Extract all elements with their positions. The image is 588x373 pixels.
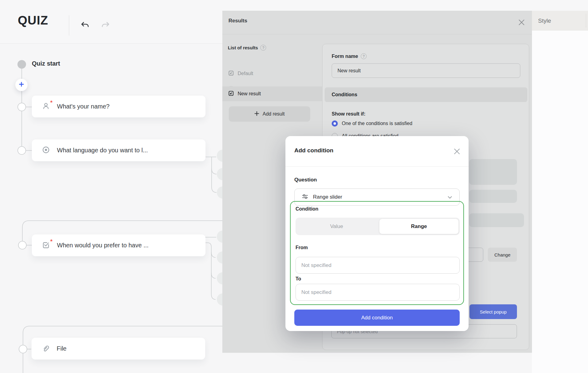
radio-label: One of the conditions is satisfied <box>342 121 412 126</box>
results-title: Results <box>228 18 247 24</box>
question-label: Question <box>294 177 317 183</box>
result-item-new-result[interactable]: New result <box>222 86 323 101</box>
result-item-label: Default <box>238 71 253 76</box>
from-input[interactable]: Not specified <box>296 257 460 274</box>
help-icon[interactable]: ? <box>361 53 367 59</box>
undo-button[interactable] <box>80 21 91 31</box>
form-name-input[interactable]: New result <box>332 63 520 78</box>
add-condition-submit-button[interactable]: Add condition <box>294 310 460 326</box>
question-card[interactable]: * What's your name? <box>32 96 205 117</box>
add-result-button[interactable]: Add result <box>229 106 310 122</box>
close-results-button[interactable] <box>518 19 525 26</box>
required-mark: * <box>50 238 52 245</box>
plus-icon <box>254 111 259 117</box>
redo-button[interactable] <box>100 21 111 31</box>
redo-icon <box>101 22 110 30</box>
placeholder-box <box>469 159 517 185</box>
list-of-results-label: List of results ? <box>228 45 266 51</box>
segment-range[interactable]: Range <box>379 219 459 234</box>
paperclip-icon <box>41 344 50 354</box>
tab-divider <box>586 14 586 28</box>
help-icon[interactable]: ? <box>260 45 266 51</box>
card-title: What language do you want to l... <box>57 147 148 154</box>
quiz-start-node <box>17 60 26 69</box>
plus-icon <box>19 82 24 88</box>
question-card[interactable]: * When would you prefer to have ... <box>32 234 205 256</box>
to-input[interactable]: Not specified <box>296 284 460 301</box>
placeholder-box <box>469 213 524 227</box>
conditions-section-header: Conditions <box>325 87 527 102</box>
show-result-if-label: Show result if: <box>332 111 365 117</box>
condition-type-segmented-control: Value Range <box>296 218 460 235</box>
segment-value[interactable]: Value <box>296 218 378 235</box>
required-mark: * <box>50 99 52 106</box>
change-button[interactable]: Change <box>488 248 517 262</box>
condition-label: Condition <box>296 206 318 212</box>
condition-highlight-box: Condition Value Range From Not specified… <box>290 201 464 305</box>
placeholder-box <box>469 190 517 203</box>
result-item-label: New result <box>238 91 261 97</box>
add-condition-modal: Add condition Question Range slider Cond… <box>285 136 469 331</box>
question-card[interactable]: File <box>32 338 205 360</box>
close-icon <box>453 151 461 156</box>
result-icon <box>228 90 234 97</box>
person-icon <box>42 102 50 112</box>
target-icon <box>42 146 50 155</box>
radio-selected-icon <box>332 120 338 127</box>
results-header: Results <box>222 11 532 34</box>
to-label: To <box>296 276 301 282</box>
tab-style-label: Style <box>538 17 551 24</box>
modal-title: Add condition <box>294 147 334 154</box>
style-panel: Style <box>532 11 588 373</box>
modal-divider <box>285 166 469 167</box>
close-modal-button[interactable] <box>453 148 461 155</box>
result-item-default[interactable]: Default <box>222 67 323 80</box>
radio-one-of-conditions[interactable]: One of the conditions is satisfied <box>332 120 412 127</box>
question-card[interactable]: What language do you want to l... <box>32 139 205 161</box>
select-popup-button[interactable]: Select popup <box>469 304 517 319</box>
checkbox-icon <box>42 241 50 250</box>
from-label: From <box>296 245 308 250</box>
tab-style[interactable]: Style <box>532 11 588 31</box>
card-title: File <box>57 345 66 352</box>
add-step-button[interactable] <box>15 79 28 91</box>
header-divider <box>69 15 69 36</box>
undo-icon <box>81 22 90 30</box>
question-select-value: Range slider <box>313 194 342 200</box>
quiz-start-label: Quiz start <box>32 60 60 67</box>
card-title: What's your name? <box>57 103 110 110</box>
app-logo: QUIZ <box>18 13 48 27</box>
sliders-icon <box>301 193 309 201</box>
form-name-label: Form name ? <box>332 53 367 59</box>
card-title: When would you prefer to have ... <box>57 242 149 249</box>
close-icon <box>518 22 525 27</box>
result-icon <box>228 70 234 77</box>
